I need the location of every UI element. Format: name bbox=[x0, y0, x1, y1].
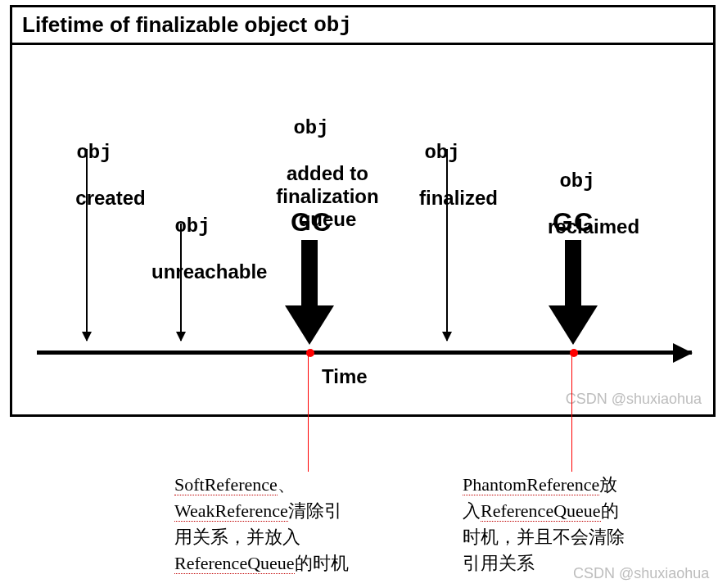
event-finalized: obj finalized bbox=[381, 97, 503, 233]
annotation-left: SoftReference、 WeakReference清除引 用关系，并放入 … bbox=[174, 472, 379, 577]
annot-left-line2: WeakReference清除引 bbox=[174, 498, 379, 524]
big-arrow-gc1 bbox=[285, 240, 334, 346]
gc-label-1: GC bbox=[278, 207, 344, 237]
time-label: Time bbox=[322, 365, 368, 388]
svg-marker-3 bbox=[549, 305, 598, 345]
annot-right-line2: 入ReferenceQueue的 bbox=[463, 498, 667, 524]
big-arrow-gc2 bbox=[549, 240, 598, 346]
annot-left-line4: ReferenceQueue的时机 bbox=[174, 550, 379, 577]
diagram-title: Lifetime of finalizable object obj bbox=[12, 7, 713, 45]
arrow-finalized bbox=[446, 149, 448, 341]
annot-right-line3: 时机，并且不会清除 bbox=[463, 524, 667, 550]
timeline-canvas: obj created obj unreachable obj added to… bbox=[12, 47, 713, 414]
arrow-unreachable bbox=[180, 224, 182, 341]
diagram-frame: Lifetime of finalizable object obj obj c… bbox=[10, 5, 716, 417]
annot-left-line3: 用关系，并放入 bbox=[174, 524, 379, 550]
gc-label-2: GC bbox=[540, 207, 606, 237]
callout-line-left bbox=[308, 350, 309, 472]
svg-marker-1 bbox=[285, 305, 334, 345]
timeline-axis bbox=[37, 351, 692, 355]
callout-line-right bbox=[571, 350, 572, 472]
watermark-upper: CSDN @shuxiaohua bbox=[566, 391, 702, 408]
title-obj: obj bbox=[314, 13, 352, 38]
annotation-right: PhantomReference放 入ReferenceQueue的 时机，并且… bbox=[463, 472, 667, 577]
arrow-created bbox=[86, 149, 88, 341]
svg-rect-0 bbox=[301, 240, 318, 305]
annot-left-line1: SoftReference、 bbox=[174, 472, 379, 498]
svg-rect-2 bbox=[565, 240, 581, 305]
watermark-lower: CSDN @shuxiaohua bbox=[573, 565, 709, 582]
annot-right-line1: PhantomReference放 bbox=[463, 472, 667, 498]
title-text: Lifetime of finalizable object bbox=[22, 12, 307, 38]
